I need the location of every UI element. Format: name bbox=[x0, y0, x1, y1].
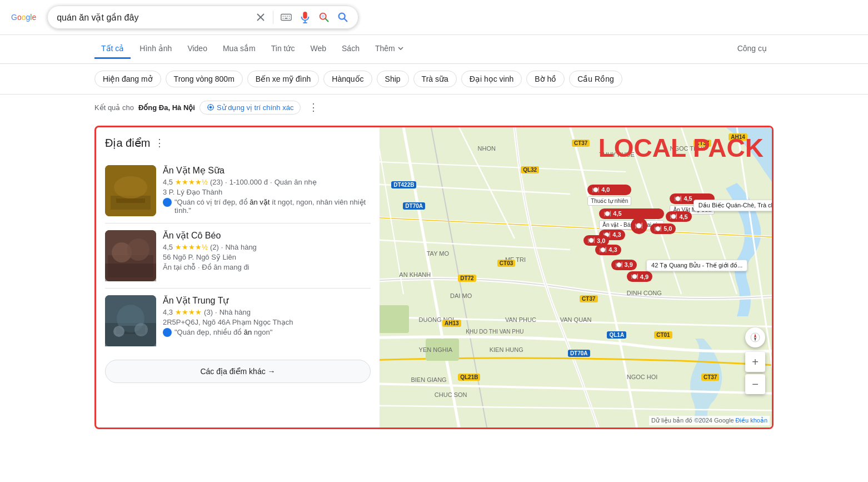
tab-images[interactable]: Hình ảnh bbox=[133, 39, 178, 59]
chip-800m[interactable]: Trong vòng 800m bbox=[166, 71, 243, 87]
google-logo[interactable]: Google bbox=[11, 13, 36, 22]
chip-ship[interactable]: Ship bbox=[377, 71, 409, 87]
keyboard-icon bbox=[280, 11, 292, 23]
map-pin-daubiec[interactable]: Dầu Biếc Quán-Chè, Trà chanh... bbox=[694, 200, 772, 211]
chip-cauRong[interactable]: Cầu Rồng bbox=[569, 71, 622, 87]
review-text-1: "Quán có vị trí đẹp, đồ ăn vặt ít ngọt, … bbox=[174, 198, 371, 215]
business-services-2: Ăn tại chỗ · Đồ ăn mang đi bbox=[163, 263, 371, 271]
chip-boho[interactable]: Bờ hồ bbox=[526, 71, 565, 87]
map-pin-taquangbuu[interactable]: 42 Tạ Quang Bửu - Thế giới đồ... bbox=[646, 260, 747, 271]
business-item-2[interactable]: Ăn vặt Cô Béo 4,5 ★★★★½ (2) · Nhà hàng 5… bbox=[105, 223, 371, 289]
keyboard-button[interactable] bbox=[280, 11, 292, 23]
map-pin-49[interactable]: 🍽️4,9 bbox=[627, 271, 652, 282]
svg-rect-56 bbox=[380, 305, 409, 333]
clear-button[interactable] bbox=[255, 12, 266, 23]
location-more-button[interactable]: ⋮ bbox=[305, 100, 322, 115]
highway-dt72: DT72 bbox=[458, 275, 476, 282]
chip-trasua[interactable]: Trà sữa bbox=[413, 71, 457, 87]
tab-web[interactable]: Web bbox=[303, 39, 333, 59]
svg-point-38 bbox=[134, 323, 148, 336]
map-label-yennghia: YEN NGHIA bbox=[419, 346, 453, 353]
map-label-biengiang: BIEN GIANG bbox=[411, 376, 446, 383]
local-pack-label: LOCAL PACK bbox=[598, 133, 764, 163]
local-title: Địa điểm bbox=[105, 136, 150, 150]
tab-more[interactable]: Thêm bbox=[368, 39, 411, 59]
local-pack: Địa điểm ⋮ Ăn Vặt Mẹ Sữa 4,5 bbox=[94, 126, 774, 429]
svg-point-27 bbox=[164, 200, 170, 205]
chip-open[interactable]: Hiện đang mở bbox=[94, 71, 161, 87]
highway-ql32: QL32 bbox=[521, 166, 539, 173]
header: Google bbox=[0, 0, 868, 35]
highway-dt422b: DT422B bbox=[391, 181, 416, 188]
zoom-out-button[interactable]: − bbox=[745, 374, 765, 394]
local-pack-left: Địa điểm ⋮ Ăn Vặt Mẹ Sữa 4,5 bbox=[96, 127, 380, 428]
compass-button[interactable] bbox=[745, 327, 765, 347]
tab-news[interactable]: Tin tức bbox=[265, 39, 302, 59]
tab-all[interactable]: Tất cả bbox=[94, 39, 131, 59]
use-location-button[interactable]: Sử dụng vị trí chính xác bbox=[199, 101, 301, 115]
map-pin-50[interactable]: 🍽️5,0 bbox=[650, 223, 676, 234]
business-item-1[interactable]: Ăn Vặt Mẹ Sữa 4,5 ★★★★½ (23) · 1-100.000… bbox=[105, 158, 371, 223]
divider bbox=[273, 11, 273, 24]
tab-books[interactable]: Sách bbox=[335, 39, 366, 59]
business-image-svg-2 bbox=[105, 230, 156, 281]
search-input[interactable] bbox=[57, 12, 250, 22]
tab-shopping[interactable]: Mua sắm bbox=[216, 39, 262, 59]
lens-button[interactable] bbox=[318, 11, 330, 23]
zoom-in-button[interactable]: + bbox=[745, 352, 765, 372]
map-label-taymo: TAY MO bbox=[427, 250, 449, 257]
highway-ql1a: QL1A bbox=[607, 331, 626, 339]
local-map[interactable]: LOCAL PACK NHON THUY KHUE AN KHANH DAI M… bbox=[380, 127, 772, 428]
highway-ct37-2: CT37 bbox=[580, 295, 597, 302]
business-meta-2: 4,5 ★★★★½ (2) · Nhà hàng bbox=[163, 243, 371, 251]
lens-icon bbox=[318, 11, 330, 23]
local-more-button[interactable]: ⋮ bbox=[154, 137, 164, 149]
location-name: Đống Đa, Hà Nội bbox=[138, 103, 195, 112]
chip-daihocvinh[interactable]: Đại học vinh bbox=[461, 71, 522, 87]
business-image-2 bbox=[105, 230, 156, 281]
map-pin-thuoctunhien[interactable]: 🍽️4,0 Thuốc tự nhiên bbox=[587, 185, 631, 206]
more-places-button[interactable]: Các địa điểm khác → bbox=[105, 360, 371, 383]
business-item-3[interactable]: Ăn Vặt Trung Tự 4,3 ★★★★ (3) · Nhà hàng … bbox=[105, 289, 371, 353]
highway-ct37-4: CT37 bbox=[701, 374, 719, 381]
map-label-daimo: DAI MO bbox=[450, 292, 472, 299]
stars-2: ★★★★½ bbox=[175, 243, 208, 251]
map-label-vanphu: KHU DO THI VAN PHU bbox=[466, 329, 523, 335]
chip-hanquoc[interactable]: Hànquốc bbox=[323, 71, 372, 87]
tab-video[interactable]: Video bbox=[181, 39, 214, 59]
avatar-icon-3 bbox=[164, 330, 170, 335]
business-image-svg-3 bbox=[105, 295, 156, 346]
business-review-3: "Quán đẹp, nhiều đồ ăn ngon" bbox=[163, 328, 371, 337]
local-header: Địa điểm ⋮ bbox=[105, 136, 371, 150]
rating-2: 4,5 bbox=[163, 243, 173, 251]
svg-rect-2 bbox=[281, 14, 291, 21]
location-prefix: Kết quả cho bbox=[94, 103, 134, 112]
search-button[interactable] bbox=[337, 11, 349, 23]
map-terms-link[interactable]: Điều khoản bbox=[736, 417, 767, 424]
category-3: Nhà hàng bbox=[220, 308, 251, 316]
business-name-3: Ăn Vặt Trung Tự bbox=[163, 295, 371, 306]
map-pin-39[interactable]: 🍽️3,9 bbox=[611, 260, 637, 270]
review-avatar-1 bbox=[163, 198, 172, 207]
business-address-3: 2R5P+Q6J, Ngõ 46A Phạm Ngọc Thạch bbox=[163, 318, 371, 326]
chevron-down-icon bbox=[397, 45, 404, 52]
stars-3: ★★★★ bbox=[175, 308, 202, 316]
map-pin-43b[interactable]: 🍽️4,3 bbox=[595, 245, 621, 255]
chip-benxe[interactable]: Bến xe mỹ đình bbox=[247, 71, 320, 87]
business-address-1: 3 P. Lý Đạo Thành bbox=[163, 188, 371, 196]
map-label-ankhanh: AN KHANH bbox=[399, 271, 431, 278]
tab-tools[interactable]: Công cụ bbox=[731, 39, 774, 59]
map-pin-45b[interactable]: 🍽️4,5 bbox=[666, 211, 691, 222]
rating-1: 4,5 bbox=[163, 178, 173, 186]
voice-button[interactable] bbox=[299, 11, 311, 23]
svg-point-13 bbox=[322, 14, 325, 18]
nav-tabs: Tất cả Hình ảnh Video Mua sắm Tin tức We… bbox=[0, 35, 868, 64]
search-icon bbox=[337, 11, 349, 23]
map-pins-cluster[interactable]: 🍽️ bbox=[631, 217, 647, 234]
business-address-2: 56 Ngõ P. Ngô Sỹ Liên bbox=[163, 253, 371, 261]
svg-point-31 bbox=[127, 238, 149, 261]
clear-icon bbox=[255, 12, 266, 23]
filter-chips: Hiện đang mở Trong vòng 800m Bến xe mỹ đ… bbox=[0, 64, 868, 95]
svg-rect-32 bbox=[105, 264, 156, 281]
business-name-1: Ăn Vặt Mẹ Sữa bbox=[163, 165, 371, 176]
